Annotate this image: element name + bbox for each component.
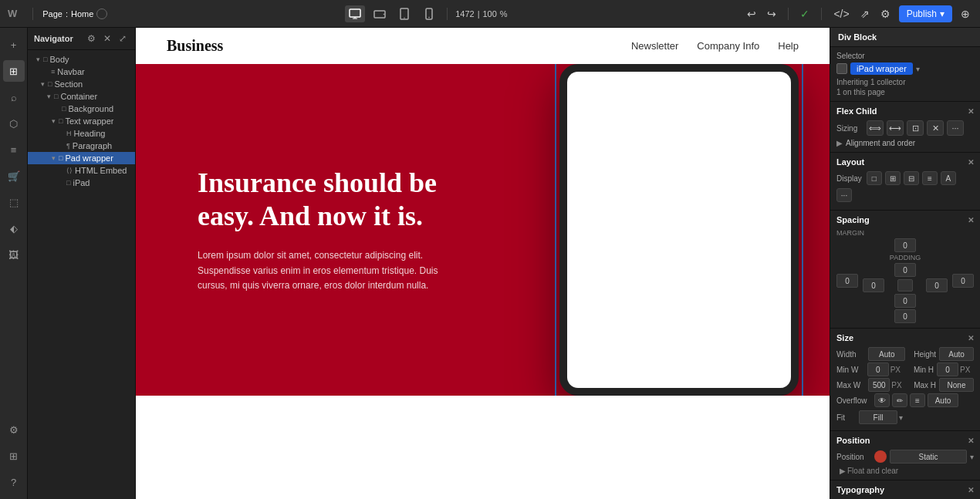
tree-item-container[interactable]: ▾ □ Container [28,90,135,103]
padding-bottom-input[interactable] [894,294,916,308]
position-clear-btn[interactable] [874,450,887,463]
navigator-btn[interactable]: ⊞ [3,60,25,82]
navigator-expand-btn[interactable]: ⤢ [117,32,129,45]
tree-item-section[interactable]: ▾ □ Section [28,78,135,90]
min-h-input[interactable] [937,362,958,376]
expand-para-icon [57,142,65,150]
sep4 [821,8,822,20]
nav-help[interactable]: Help [778,40,799,52]
margin-right-input[interactable] [952,274,974,288]
logic-btn[interactable]: ⬖ [3,217,25,239]
size-title[interactable]: Size ✕ [836,333,974,342]
assets-btn[interactable]: 🖼 [3,244,25,265]
flex-child-title[interactable]: Flex Child ✕ [836,106,974,116]
undo-btn[interactable]: ↩ [745,5,759,22]
tree-item-text-wrapper[interactable]: ▾ □ Text wrapper [28,115,135,127]
apps-btn[interactable]: ⊞ [3,445,25,467]
tree-item-body[interactable]: ▾ □ Body [28,53,135,66]
tree-item-paragraph[interactable]: ¶ Paragraph [28,140,135,152]
typography-title[interactable]: Typography ✕ [836,485,974,494]
tree-item-html-embed[interactable]: ⟨⟩ HTML Embed [28,164,135,177]
expand-textwrapper-icon: ▾ [49,117,57,125]
tree-label-html-embed: HTML Embed [75,166,127,175]
redo-btn[interactable]: ↪ [765,5,779,22]
alignment-order-row[interactable]: ▶ Alignment and order [836,139,974,147]
margin-bottom-input[interactable] [894,309,916,323]
mobile-btn[interactable] [419,5,439,22]
desktop-device-btn[interactable] [345,5,365,22]
ipad-wrapper[interactable]: iPad wrapper [559,64,799,396]
max-h-value[interactable]: None [939,378,974,392]
tree-label-paragraph: Paragraph [73,141,112,150]
navigator-close-btn[interactable]: ✕ [101,32,113,45]
max-w-group: PX [868,378,905,392]
check-btn[interactable]: ✓ [798,5,812,22]
add-element-btn[interactable]: + [3,34,25,56]
spacing-title[interactable]: Spacing ✕ [836,215,974,224]
settings-btn[interactable]: ⚙ [878,5,893,22]
nav-newsletter[interactable]: Newsletter [631,40,678,52]
size-grow-btn[interactable]: ⟷ [887,120,904,136]
padding-left-input[interactable] [863,278,884,292]
share-btn[interactable]: ⇗ [858,5,872,22]
margin-left-input[interactable] [836,274,858,288]
position-value[interactable]: Static [890,450,967,464]
publish-btn[interactable]: Publish ▾ [899,5,952,22]
display-more-btn[interactable]: ··· [836,188,852,202]
size-more-btn[interactable]: ··· [947,120,964,136]
expand-htmlembed-icon [57,167,65,174]
display-none-btn[interactable]: A [941,171,956,185]
zoom-pct-sym: % [500,9,508,19]
tree-item-pad-wrapper[interactable]: ▾ □ Pad wrapper [28,152,135,164]
settings-side-btn[interactable]: ⚙ [3,419,25,440]
size-none-btn[interactable]: ⊡ [907,120,924,136]
display-inline-btn[interactable]: ≡ [922,171,938,185]
users-btn[interactable]: ⊕ [958,5,972,22]
type-icon-body: □ [43,56,47,63]
min-h-unit: PX [960,366,974,374]
margin-label: MARGIN [836,229,974,237]
display-flex-btn[interactable]: ⊞ [885,171,901,185]
code-btn[interactable]: </> [831,5,851,22]
float-clear-row[interactable]: ▶ Float and clear [836,467,974,475]
overflow-scroll-btn[interactable]: ≡ [910,393,925,407]
fit-value[interactable]: Fill [859,410,897,424]
padding-right-input[interactable] [926,278,948,292]
min-row: Min W PX Min H PX [836,362,974,376]
min-w-input[interactable] [867,362,889,376]
padding-label: PADDING [863,254,948,261]
pages-btn[interactable]: ⬚ [3,191,25,213]
help-btn[interactable]: ? [3,471,25,493]
search-elements-btn[interactable]: ⌕ [3,86,25,108]
position-title[interactable]: Position ✕ [836,436,974,445]
selector-chip[interactable]: iPad wrapper [850,62,913,75]
tree-item-background[interactable]: □ Background [28,103,135,115]
tablet-portrait-btn[interactable] [394,5,414,22]
ecom-btn[interactable]: 🛒 [3,165,25,187]
nav-company-info[interactable]: Company Info [697,40,759,52]
navigator-settings-btn[interactable]: ⚙ [85,32,98,45]
tree-item-heading[interactable]: H Heading [28,127,135,140]
svg-point-2 [384,13,385,15]
components-btn[interactable]: ⬡ [3,113,25,134]
height-value[interactable]: Auto [939,347,974,361]
display-block-btn[interactable]: □ [867,171,882,185]
size-shrink-btn[interactable]: ⟺ [867,120,884,136]
max-w-input[interactable] [868,378,890,392]
zoom-sep: | [478,9,480,19]
overflow-edit-btn[interactable]: ✏ [892,393,907,407]
margin-top-input[interactable] [894,238,916,252]
width-value[interactable]: Auto [868,347,905,361]
sep2 [447,8,448,20]
layout-title[interactable]: Layout ✕ [836,157,974,167]
overflow-visible-btn[interactable]: 👁 [874,393,890,407]
tree-item-navbar[interactable]: ≡ Navbar [28,66,135,78]
selector-row: iPad wrapper ▾ [836,62,974,75]
cms-btn[interactable]: ≡ [3,139,25,160]
display-grid-btn[interactable]: ⊟ [904,171,919,185]
tablet-landscape-btn[interactable] [370,5,390,22]
size-x-btn[interactable]: ✕ [927,120,944,136]
canvas-area[interactable]: Business Newsletter Company Info Help In… [136,28,830,499]
tree-item-ipad[interactable]: □ iPad [28,177,135,189]
padding-top-input[interactable] [894,263,916,277]
